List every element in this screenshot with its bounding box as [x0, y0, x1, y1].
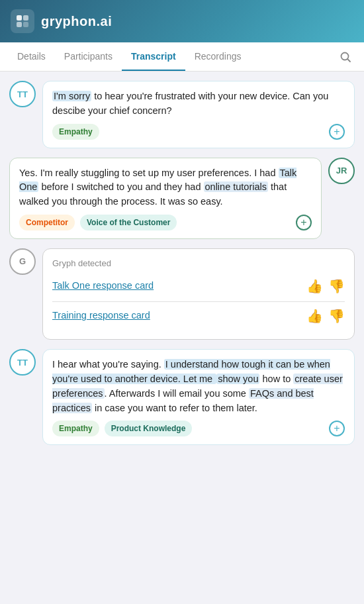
avatar: JR [328, 158, 355, 184]
svg-rect-0 [17, 15, 22, 21]
logo-text: gryphon.ai [41, 14, 112, 29]
gryph-detected-row: G Gryph detected Talk One response card … [9, 248, 355, 340]
highlighted-text: I'm sorry [52, 91, 91, 101]
message-row: JR Yes. I'm really stuggling to set up m… [9, 158, 355, 239]
avatar-gryph: G [9, 248, 36, 275]
tag-competitor: Competitor [19, 215, 75, 230]
add-tag-button[interactable]: + [329, 124, 345, 140]
tab-transcript[interactable]: Transcript [122, 43, 185, 71]
highlighted-text: show you [216, 374, 259, 384]
agent-bubble: I'm sorry to hear you're frustrated with… [42, 81, 355, 148]
add-tag-button[interactable]: + [296, 215, 312, 230]
tag-empathy: Empathy [52, 421, 99, 436]
response-card-link-2[interactable]: Training response card [52, 309, 150, 323]
tag-empathy: Empathy [52, 124, 99, 140]
svg-rect-3 [23, 22, 28, 27]
thumbs-up-button-2[interactable]: 👍 [306, 306, 323, 326]
gryph-link-row: Training response card 👍 👎 [52, 306, 345, 326]
add-tag-button[interactable]: + [329, 421, 345, 436]
tag-voice-customer: Voice of the Customer [80, 215, 177, 230]
thumbs-down-button-2[interactable]: 👎 [328, 306, 345, 326]
tag-row: Empathy + [52, 124, 345, 140]
avatar: TT [9, 81, 36, 107]
tab-recordings[interactable]: Recordings [185, 43, 251, 71]
avatar: TT [9, 349, 36, 376]
thumbs-up-button-1[interactable]: 👍 [306, 276, 323, 296]
customer-bubble: Yes. I'm really stuggling to set up my u… [9, 158, 322, 239]
tab-participants[interactable]: Participants [55, 43, 122, 71]
transcript-content: TT I'm sorry to hear you're frustrated w… [0, 72, 364, 454]
logo-icon [11, 9, 34, 33]
message-row: TT I hear what you're saying. I understa… [9, 349, 355, 445]
divider [52, 301, 345, 302]
gryph-detected-label: Gryph detected [52, 257, 345, 270]
highlighted-text: online tutorials [204, 181, 269, 192]
message-row: TT I'm sorry to hear you're frustrated w… [9, 81, 355, 148]
svg-line-5 [348, 59, 351, 62]
thumbs-down-button-1[interactable]: 👎 [328, 276, 345, 296]
agent-bubble: I hear what you're saying. I understand … [42, 349, 355, 445]
svg-rect-2 [17, 22, 22, 27]
tag-row: Competitor Voice of the Customer + [19, 215, 312, 230]
tab-bar: Details Participants Transcript Recordin… [0, 42, 364, 72]
tag-row: Empathy Product Knowledge + [52, 421, 345, 436]
svg-point-4 [341, 52, 349, 60]
app-header: gryphon.ai [0, 0, 364, 42]
search-button[interactable] [335, 46, 356, 68]
svg-rect-1 [23, 15, 28, 21]
gryph-link-row: Talk One response card 👍 👎 [52, 276, 345, 296]
tab-details[interactable]: Details [8, 43, 55, 71]
gryph-bubble: Gryph detected Talk One response card 👍 … [42, 248, 355, 340]
response-card-link-1[interactable]: Talk One response card [52, 279, 154, 293]
tag-product-knowledge: Product Knowledge [105, 421, 193, 436]
logo: gryphon.ai [11, 9, 112, 33]
